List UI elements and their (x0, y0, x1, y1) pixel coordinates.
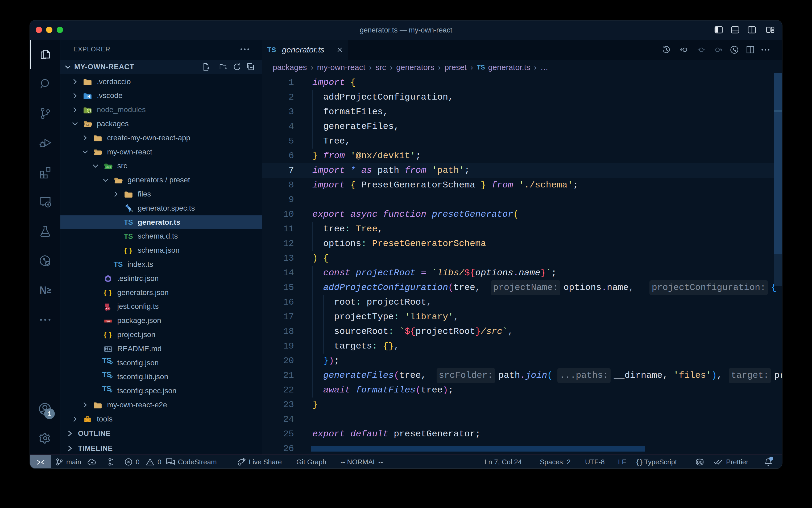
svg-text:</>: </> (106, 165, 111, 169)
svg-text:js: js (88, 109, 90, 112)
svg-text:npm: npm (106, 320, 110, 323)
svg-text:TS: TS (129, 209, 133, 213)
